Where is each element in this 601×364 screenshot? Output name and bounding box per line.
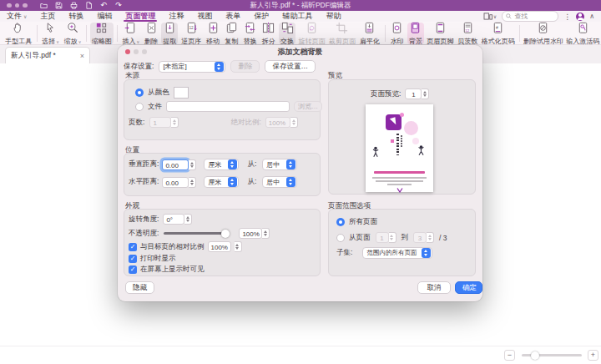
menu-item-label: 表单 bbox=[225, 12, 240, 20]
menu-items: 文件∨主页转换编辑页面管理注释视图表单保护辅助工具帮助 bbox=[0, 11, 347, 22]
page-preview-stepper[interactable] bbox=[422, 88, 429, 99]
ribbon-button-4[interactable]: 插入∨ bbox=[120, 23, 140, 44]
ribbon-button-22[interactable]: 输入激活码 bbox=[565, 23, 600, 44]
menu-item-label: 保护 bbox=[254, 12, 269, 20]
subset-select[interactable]: 范围内的所有页面 bbox=[362, 247, 432, 259]
dropdown-arrows-icon bbox=[228, 177, 237, 187]
ribbon-button-5[interactable]: 删除 bbox=[143, 23, 159, 44]
ribbon-button-19[interactable]: 12贝茨数 bbox=[457, 23, 479, 44]
vertical-anchor-select[interactable]: 居中 bbox=[262, 159, 297, 170]
ribbon-button-13: 旋转页面 bbox=[297, 23, 326, 44]
document-tab[interactable]: 新人引导.pdf * × bbox=[5, 47, 90, 63]
relative-scale-field[interactable]: 100% bbox=[208, 241, 231, 252]
from-color-radio[interactable] bbox=[135, 88, 144, 97]
menu-item-3[interactable]: 编辑 bbox=[90, 11, 119, 22]
zoom-slider-knob[interactable] bbox=[531, 351, 539, 360]
rotation-field[interactable]: 0° bbox=[163, 214, 184, 225]
save-settings-select[interactable]: [未指定] bbox=[159, 61, 225, 73]
search-input[interactable]: 查找 bbox=[502, 11, 558, 22]
from-page-radio[interactable] bbox=[336, 234, 345, 242]
vertical-unit-select[interactable]: 厘米 bbox=[204, 159, 239, 170]
ribbon-button-1[interactable]: 选择∨ bbox=[40, 23, 60, 44]
ribbon-button-8[interactable]: 移动 bbox=[205, 23, 221, 44]
menu-item-0[interactable]: 文件∨ bbox=[0, 11, 33, 22]
save-icon[interactable] bbox=[54, 1, 63, 10]
rotation-stepper[interactable] bbox=[184, 214, 192, 225]
hide-button[interactable]: 隐藏 bbox=[125, 281, 154, 294]
thumbnails-icon bbox=[95, 22, 108, 38]
print-icon[interactable] bbox=[69, 1, 78, 10]
file-path-field[interactable] bbox=[166, 101, 290, 112]
zoom-in-button[interactable]: + bbox=[588, 350, 598, 361]
relative-scale-checkbox[interactable] bbox=[129, 243, 137, 251]
minimize-window-button[interactable] bbox=[15, 3, 20, 8]
ribbon-button-9[interactable]: 复制 bbox=[223, 23, 240, 44]
close-window-button[interactable] bbox=[7, 3, 12, 8]
menu-item-2[interactable]: 转换 bbox=[62, 11, 90, 22]
show-when-print-checkbox[interactable] bbox=[129, 255, 137, 263]
all-pages-radio[interactable] bbox=[336, 218, 345, 226]
collapse-ribbon-icon[interactable]: ∧ bbox=[589, 13, 594, 20]
ribbon-button-17[interactable]: 背景 bbox=[407, 23, 424, 44]
ribbon-divider bbox=[519, 25, 520, 42]
document-tab-label: 新人引导.pdf * bbox=[11, 51, 56, 61]
opacity-field[interactable]: 100% bbox=[239, 228, 262, 239]
ribbon-button-18[interactable]: 页眉页脚 bbox=[426, 23, 455, 44]
abs-scale-field: 100% bbox=[265, 117, 290, 128]
horizontal-anchor-select[interactable]: 居中 bbox=[262, 176, 297, 188]
avatar[interactable] bbox=[576, 13, 584, 21]
maximize-window-button[interactable] bbox=[23, 3, 28, 8]
ribbon-button-2[interactable]: 缩放∨ bbox=[63, 23, 83, 44]
ribbon-button-11[interactable]: 拆分 bbox=[260, 23, 277, 44]
color-swatch[interactable] bbox=[174, 87, 189, 99]
ribbon-button-6[interactable]: 提取 bbox=[161, 23, 178, 44]
close-tab-icon[interactable]: × bbox=[80, 52, 84, 60]
menu-item-5[interactable]: 注释 bbox=[162, 11, 190, 22]
undo-icon[interactable]: ↶ bbox=[99, 1, 109, 10]
header-footer-icon bbox=[434, 22, 447, 38]
menu-item-9[interactable]: 辅助工具 bbox=[275, 11, 319, 22]
vertical-distance-field[interactable]: 0.00 bbox=[162, 159, 189, 170]
zoom-out-button[interactable]: − bbox=[504, 350, 515, 361]
ok-button[interactable]: 确定 bbox=[455, 281, 482, 294]
menu-item-6[interactable]: 视图 bbox=[190, 11, 219, 22]
zoom-slider[interactable] bbox=[522, 354, 582, 356]
ribbon-button-20[interactable]: #格式化页码 bbox=[481, 23, 516, 44]
ribbon-button-16[interactable]: 水印 bbox=[389, 23, 406, 44]
menu-item-8[interactable]: 保护 bbox=[247, 11, 275, 22]
cancel-button[interactable]: 取消 bbox=[417, 281, 451, 294]
ribbon-button-7[interactable]: 12逆页序 bbox=[179, 23, 202, 44]
ribbon-button-label: 页眉页脚 bbox=[427, 38, 453, 45]
ribbon-button-label: 水印 bbox=[391, 38, 404, 45]
horizontal-unit-select[interactable]: 厘米 bbox=[204, 176, 239, 188]
save-setting-button[interactable]: 保存设置… bbox=[265, 60, 316, 73]
ribbon-button-15[interactable]: 扁平化 bbox=[358, 23, 381, 44]
open-icon[interactable] bbox=[39, 1, 48, 10]
ribbon-button-12[interactable]: 交换 bbox=[279, 23, 295, 44]
show-on-screen-checkbox[interactable] bbox=[129, 265, 137, 274]
menu-item-7[interactable]: 表单 bbox=[219, 11, 247, 22]
menu-item-4[interactable]: 页面管理 bbox=[119, 11, 162, 22]
layout-icon[interactable]: ∨ bbox=[483, 13, 497, 20]
file-radio[interactable] bbox=[135, 103, 144, 111]
vertical-distance-stepper[interactable] bbox=[189, 159, 196, 170]
ribbon-button-21[interactable]: 删除试用水印 bbox=[523, 23, 564, 44]
page-preview-field[interactable]: 1 bbox=[405, 88, 422, 99]
horizontal-distance-stepper[interactable] bbox=[189, 177, 196, 188]
menu-item-10[interactable]: 帮助 bbox=[319, 11, 347, 22]
horizontal-distance-label: 水平距离: bbox=[129, 177, 159, 187]
new-document-icon[interactable] bbox=[84, 1, 93, 10]
opacity-slider-knob[interactable] bbox=[221, 230, 230, 238]
search-icon bbox=[506, 13, 512, 19]
to-label: 到 bbox=[402, 233, 409, 243]
ribbon-button-0[interactable]: 手型工具 bbox=[4, 23, 33, 44]
ribbon-button-10[interactable]: 替换 bbox=[241, 23, 258, 44]
more-dots-icon[interactable]: ⋮ bbox=[563, 13, 571, 21]
opacity-stepper[interactable] bbox=[262, 228, 270, 239]
redo-icon[interactable]: ↷ bbox=[114, 1, 124, 10]
opacity-slider[interactable] bbox=[164, 232, 229, 235]
relative-scale-stepper[interactable] bbox=[235, 241, 242, 252]
menu-item-1[interactable]: 主页 bbox=[33, 11, 62, 22]
horizontal-distance-field[interactable]: 0.00 bbox=[162, 177, 189, 188]
ribbon-button-3[interactable]: 缩略图 bbox=[90, 23, 113, 44]
